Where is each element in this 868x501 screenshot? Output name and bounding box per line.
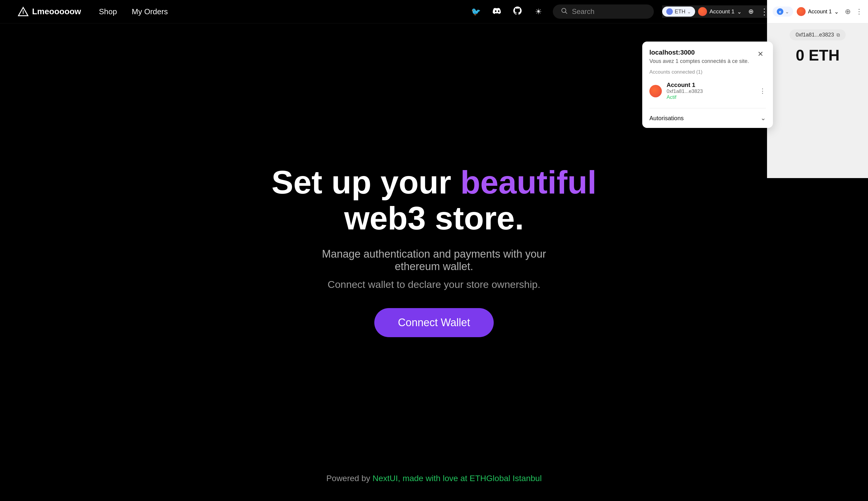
sidebar-gray-area: [767, 70, 868, 124]
account-row-info: Account 1 0xf1a81...e3823 Actif: [667, 82, 754, 100]
sun-icon: ☀: [535, 7, 542, 16]
github-button[interactable]: [511, 6, 524, 18]
logo-text: Lmeooooow: [32, 7, 81, 16]
hero-title-part1: Set up your: [272, 164, 460, 200]
sidebar-chevron: ⌄: [785, 9, 789, 14]
address-area: 0xf1a81...e3823 ⧉: [789, 23, 845, 43]
footer-link[interactable]: NextUI, made with love at ETHGlobal Ista…: [373, 474, 542, 483]
account-row-status: Actif: [667, 94, 754, 100]
nav-shop[interactable]: Shop: [99, 7, 117, 16]
tooltip-subtitle: Vous avez 1 comptes connectés à ce site.: [649, 58, 749, 64]
autorisations-label: Autorisations: [649, 115, 684, 122]
sidebar-eth-icon: e: [777, 8, 783, 15]
hero-title: Set up your beautiful web3 store.: [272, 164, 596, 236]
copy-icon[interactable]: ⧉: [837, 32, 840, 38]
footer: Powered by NextUI, made with love at ETH…: [326, 474, 542, 483]
twitter-button[interactable]: 🐦: [470, 6, 482, 18]
discord-button[interactable]: [490, 6, 503, 18]
metamask-sidebar: e ⌄ Account 1 ⌄ ⊕ ⋮ 0xf1a81...e3823 ⧉ 0 …: [767, 0, 868, 178]
footer-text: Powered by: [326, 474, 373, 483]
address-chip[interactable]: 0xf1a81...e3823 ⧉: [789, 29, 845, 40]
tooltip-close-button[interactable]: ✕: [755, 49, 766, 60]
github-icon: [513, 7, 522, 17]
twitter-icon: 🐦: [471, 7, 481, 16]
logo[interactable]: Lmeooooow: [18, 6, 81, 17]
metamask-tooltip-popup: localhost:3000 Vous avez 1 comptes conne…: [642, 42, 773, 128]
account-row: Account 1 0xf1a81...e3823 Actif ⋮: [649, 79, 766, 103]
sidebar-chevron-icon: ⌄: [834, 8, 839, 15]
account-row-dots-button[interactable]: ⋮: [759, 87, 766, 95]
nav-orders[interactable]: My Orders: [132, 7, 168, 16]
logo-icon: [18, 6, 29, 17]
account-row-addr: 0xf1a81...e3823: [667, 88, 754, 94]
hero-subtitle: Manage authentication and payments with …: [300, 248, 568, 273]
accounts-section: Accounts connected (1) Account 1 0xf1a81…: [642, 68, 773, 108]
theme-button[interactable]: ☀: [532, 6, 544, 18]
hero-title-highlight: beautiful: [460, 164, 596, 200]
svg-line-3: [565, 12, 567, 14]
tooltip-text: localhost:3000 Vous avez 1 comptes conne…: [649, 49, 749, 64]
address-text: 0xf1a81...e3823: [795, 32, 834, 38]
search-icon: [561, 8, 568, 15]
metamask-sidebar-header: e ⌄ Account 1 ⌄ ⊕ ⋮: [767, 0, 868, 23]
account-row-avatar: [649, 85, 662, 97]
sidebar-account-label: Account 1: [808, 9, 832, 15]
hero-cta-text: Connect wallet to declare your store own…: [328, 279, 540, 290]
metamask-overlay: e ⌄ Account 1 ⌄ ⊕ ⋮ 0xf1a81...e3823 ⧉ 0 …: [583, 0, 868, 501]
account-row-name: Account 1: [667, 82, 754, 88]
autorisations-chevron-icon: ⌄: [761, 114, 766, 122]
tooltip-site: localhost:3000: [649, 49, 749, 56]
sidebar-global-icon[interactable]: ⊕: [845, 8, 851, 16]
sidebar-network-badge[interactable]: e ⌄: [773, 7, 793, 17]
tooltip-header: localhost:3000 Vous avez 1 comptes conne…: [642, 42, 773, 68]
discord-icon: [492, 7, 501, 17]
autorisations-section[interactable]: Autorisations ⌄: [642, 108, 773, 128]
sidebar-account-chip[interactable]: Account 1 ⌄: [797, 7, 839, 16]
connect-wallet-hero-button[interactable]: Connect Wallet: [374, 308, 494, 337]
sidebar-kebab-button[interactable]: ⋮: [856, 8, 862, 16]
sidebar-avatar: [797, 7, 806, 16]
accounts-label: Accounts connected (1): [649, 69, 766, 75]
hero-title-part2: web3 store.: [344, 200, 524, 236]
navbar-nav: Shop My Orders: [99, 7, 168, 16]
svg-point-2: [562, 8, 566, 12]
eth-balance: 0 ETH: [796, 43, 839, 70]
